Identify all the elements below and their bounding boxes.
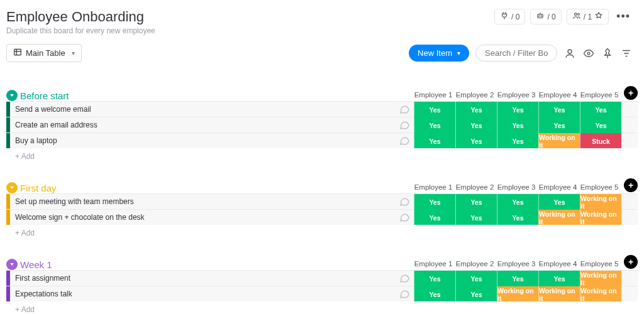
column-header[interactable]: Employee 1 bbox=[413, 91, 454, 101]
new-item-button[interactable]: New Item ▾ bbox=[409, 45, 469, 62]
status-cell[interactable]: Yes bbox=[538, 194, 580, 210]
add-row-button[interactable]: + Add bbox=[10, 301, 638, 314]
group-title[interactable]: Before start bbox=[20, 90, 69, 101]
row-name[interactable]: Buy a laptop bbox=[10, 133, 395, 148]
column-header[interactable]: Employee 1 bbox=[413, 260, 454, 270]
add-column-button[interactable]: + bbox=[624, 178, 638, 192]
chat-icon[interactable] bbox=[395, 117, 414, 133]
person-filter-icon[interactable] bbox=[564, 47, 576, 60]
status-cell[interactable]: Working on it bbox=[580, 210, 621, 225]
status-cell[interactable]: Yes bbox=[497, 271, 538, 286]
status-cell[interactable]: Yes bbox=[497, 133, 538, 149]
status-cell[interactable]: Yes bbox=[455, 194, 497, 210]
group-collapse-toggle[interactable] bbox=[6, 259, 18, 270]
plug-icon bbox=[500, 11, 509, 22]
chat-icon[interactable] bbox=[395, 286, 414, 301]
filter-icon[interactable] bbox=[620, 47, 633, 60]
status-cell[interactable]: Working on it bbox=[497, 286, 538, 302]
status-cell[interactable]: Yes bbox=[414, 286, 455, 302]
members-badge[interactable]: / 1 bbox=[567, 9, 609, 24]
status-cell[interactable]: Yes bbox=[497, 194, 538, 210]
add-row-button[interactable]: + Add bbox=[10, 225, 638, 241]
status-cell[interactable]: Yes bbox=[414, 102, 455, 117]
status-cell[interactable]: Yes bbox=[414, 210, 455, 225]
status-cell[interactable]: Yes bbox=[580, 117, 621, 133]
group-title[interactable]: First day bbox=[20, 183, 57, 193]
status-cell[interactable]: Yes bbox=[455, 102, 497, 117]
row-end-spacer bbox=[621, 133, 638, 148]
status-cell[interactable]: Working on it bbox=[580, 194, 621, 210]
chevron-down-icon: ▾ bbox=[72, 50, 75, 57]
table-icon bbox=[13, 48, 22, 58]
add-column-button[interactable]: + bbox=[624, 255, 638, 269]
column-header[interactable]: Employee 3 bbox=[496, 183, 537, 193]
add-column-button[interactable]: + bbox=[624, 86, 638, 100]
group-collapse-toggle[interactable] bbox=[6, 182, 18, 193]
row-name[interactable]: Welcome sign + chocolate on the desk bbox=[10, 210, 395, 225]
column-header[interactable]: Employee 4 bbox=[537, 183, 579, 193]
status-cell[interactable]: Yes bbox=[455, 133, 497, 149]
column-header[interactable]: Employee 5 bbox=[579, 91, 620, 101]
search-input[interactable] bbox=[475, 45, 557, 62]
automations-count: / 0 bbox=[547, 13, 555, 21]
status-cell[interactable]: Yes bbox=[455, 286, 497, 302]
automations-badge[interactable]: / 0 bbox=[530, 9, 561, 24]
column-header[interactable]: Employee 2 bbox=[454, 260, 496, 270]
add-row-button[interactable]: + Add bbox=[10, 148, 638, 165]
column-header[interactable]: Employee 1 bbox=[413, 183, 454, 193]
integrations-badge[interactable]: / 0 bbox=[494, 9, 525, 24]
status-cell[interactable]: Yes bbox=[414, 133, 455, 149]
status-cell[interactable]: Stuck bbox=[580, 133, 621, 149]
eye-icon[interactable] bbox=[582, 47, 595, 60]
status-cell[interactable]: Yes bbox=[414, 194, 455, 210]
more-options-icon[interactable]: ••• bbox=[614, 10, 633, 23]
status-cell[interactable]: Working on it bbox=[538, 133, 580, 149]
column-header[interactable]: Employee 2 bbox=[454, 91, 496, 101]
status-cell[interactable]: Working on it bbox=[580, 271, 621, 286]
members-count: / 1 bbox=[584, 13, 592, 21]
row-name[interactable]: Send a welcome email bbox=[10, 102, 395, 117]
svg-point-3 bbox=[574, 13, 577, 16]
status-cell[interactable]: Yes bbox=[538, 117, 580, 133]
column-header[interactable]: Employee 5 bbox=[579, 183, 620, 193]
status-cell[interactable]: Yes bbox=[414, 271, 455, 286]
group-collapse-toggle[interactable] bbox=[6, 90, 18, 101]
row-name[interactable]: First assignment bbox=[10, 271, 395, 286]
status-cell[interactable]: Yes bbox=[455, 271, 497, 286]
column-header[interactable]: Employee 4 bbox=[537, 91, 579, 101]
column-header[interactable]: Employee 5 bbox=[579, 260, 620, 270]
status-cell[interactable]: Yes bbox=[455, 210, 497, 225]
status-cell[interactable]: Working on it bbox=[538, 286, 580, 302]
status-cell[interactable]: Working on it bbox=[580, 286, 621, 302]
svg-point-2 bbox=[541, 16, 542, 16]
new-item-label: New Item bbox=[418, 48, 452, 58]
status-cell[interactable]: Yes bbox=[497, 102, 538, 117]
chat-icon[interactable] bbox=[395, 194, 414, 209]
status-cell[interactable]: Yes bbox=[414, 117, 455, 133]
status-cell[interactable]: Yes bbox=[538, 102, 580, 117]
chat-icon[interactable] bbox=[395, 210, 414, 225]
status-cell[interactable]: Yes bbox=[497, 210, 538, 225]
chat-icon[interactable] bbox=[395, 133, 414, 148]
status-cell[interactable]: Working on it bbox=[538, 210, 580, 225]
column-header[interactable]: Employee 3 bbox=[496, 260, 537, 270]
row-end-spacer bbox=[621, 286, 638, 301]
column-header[interactable]: Employee 4 bbox=[537, 260, 579, 270]
row-name[interactable]: Create an email address bbox=[10, 117, 395, 133]
view-tab-main-table[interactable]: Main Table ▾ bbox=[6, 44, 82, 62]
chat-icon[interactable] bbox=[395, 271, 414, 286]
row-end-spacer bbox=[621, 117, 638, 133]
column-header[interactable]: Employee 3 bbox=[496, 91, 537, 101]
row-name[interactable]: Expectations talk bbox=[10, 286, 395, 301]
chat-icon[interactable] bbox=[395, 102, 414, 117]
status-cell[interactable]: Yes bbox=[455, 117, 497, 133]
status-cell[interactable]: Yes bbox=[580, 102, 621, 117]
pin-icon[interactable] bbox=[601, 47, 614, 60]
status-cell[interactable]: Yes bbox=[497, 117, 538, 133]
group-title[interactable]: Week 1 bbox=[20, 259, 52, 270]
svg-point-7 bbox=[587, 52, 590, 55]
star-icon bbox=[594, 11, 603, 22]
status-cell[interactable]: Yes bbox=[538, 271, 580, 286]
row-name[interactable]: Set up meeting with team members bbox=[10, 194, 395, 209]
column-header[interactable]: Employee 2 bbox=[454, 183, 496, 193]
